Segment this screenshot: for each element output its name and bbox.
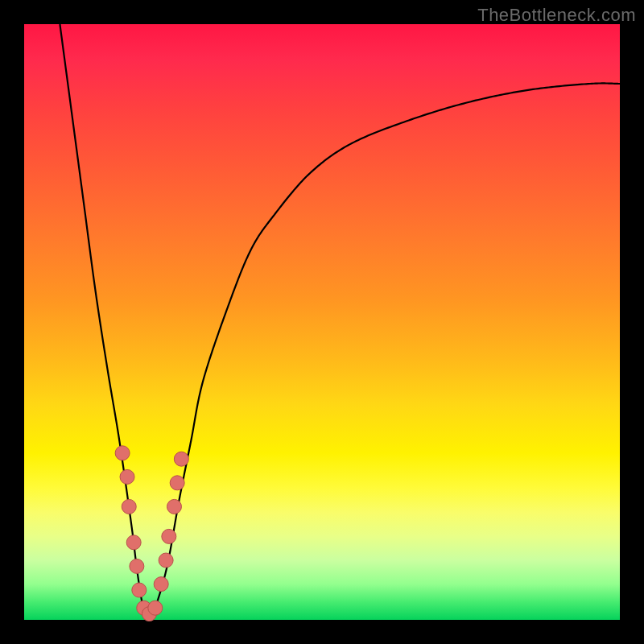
data-marker (130, 559, 144, 573)
data-marker (132, 583, 147, 597)
chart-svg (24, 24, 620, 620)
data-marker (170, 476, 184, 490)
plot-area (24, 24, 620, 620)
bottleneck-curve (60, 24, 620, 620)
data-marker (126, 535, 141, 550)
watermark-text: TheBottleneck.com (477, 5, 636, 26)
chart-canvas: TheBottleneck.com (0, 0, 644, 644)
data-marker (120, 469, 134, 484)
data-marker (148, 601, 163, 615)
data-marker (115, 446, 130, 460)
data-markers (115, 446, 188, 621)
data-marker (167, 499, 181, 514)
data-marker (174, 452, 188, 466)
data-marker (159, 553, 173, 568)
data-marker (154, 577, 168, 592)
data-marker (122, 499, 136, 514)
data-marker (162, 529, 176, 543)
